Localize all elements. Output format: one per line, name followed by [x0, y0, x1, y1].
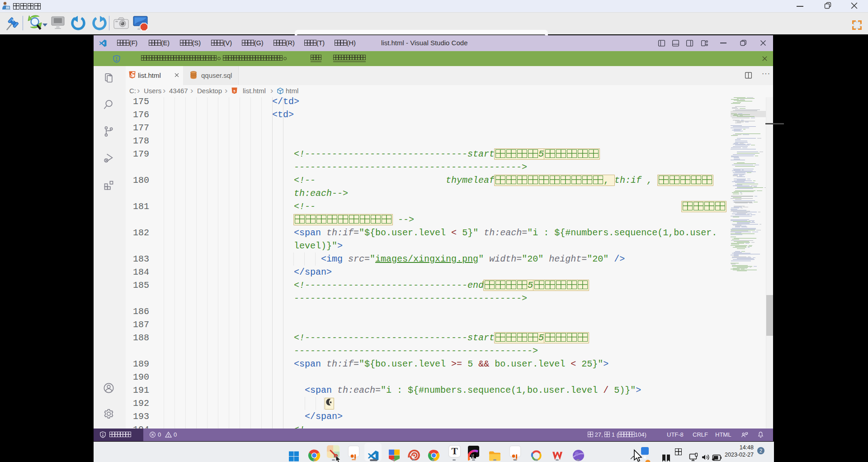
svg-text:5: 5: [131, 73, 133, 77]
svg-text:IJ: IJ: [472, 454, 474, 457]
svg-text:5: 5: [233, 89, 236, 93]
